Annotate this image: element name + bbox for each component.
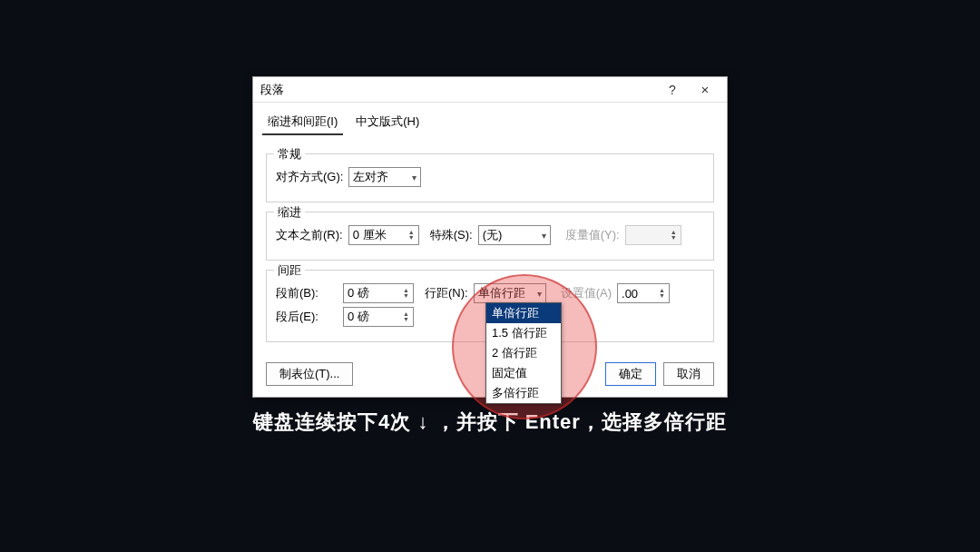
dropdown-option-multiple[interactable]: 多倍行距 [486, 383, 561, 403]
set-value-value: .00 [622, 287, 655, 301]
after-para-value: 0 磅 [348, 309, 399, 325]
tabs-button-label: 制表位(T)... [279, 367, 339, 380]
before-para-value: 0 磅 [348, 285, 399, 301]
spinner-icon[interactable]: ▲▼ [403, 288, 409, 299]
tab-label: 中文版式(H) [356, 114, 419, 128]
option-label: 固定值 [492, 366, 527, 380]
line-spacing-value: 单倍行距 [478, 285, 534, 301]
dialog-title: 段落 [260, 82, 656, 98]
titlebar: 段落 ? × [253, 77, 727, 103]
line-spacing-dropdown[interactable]: 单倍行距 1.5 倍行距 2 倍行距 固定值 多倍行距 [485, 302, 562, 404]
before-para-label: 段前(B): [276, 285, 338, 301]
general-fieldset: 常规 对齐方式(G): 左对齐 ▾ [266, 153, 714, 202]
cancel-button[interactable]: 取消 [663, 362, 714, 386]
spinner-icon[interactable]: ▲▼ [659, 288, 665, 299]
spinner-icon[interactable]: ▲▼ [408, 230, 415, 241]
dropdown-option-fixed[interactable]: 固定值 [486, 363, 561, 383]
option-label: 多倍行距 [492, 386, 539, 399]
ok-button[interactable]: 确定 [605, 362, 656, 386]
set-value-label: 设置值(A) [561, 285, 612, 301]
measure-label: 度量值(Y): [565, 227, 620, 243]
special-combo[interactable]: (无) ▾ [478, 225, 551, 245]
before-text-label: 文本之前(R): [276, 227, 343, 243]
chevron-down-icon: ▾ [542, 231, 546, 241]
spinner-icon[interactable]: ▲▼ [403, 311, 409, 322]
indent-fieldset: 缩进 文本之前(R): 0 厘米 ▲▼ 特殊(S): (无) ▾ 度量值(Y):… [266, 212, 714, 261]
set-value-input[interactable]: .00 ▲▼ [617, 283, 670, 303]
dropdown-option-single[interactable]: 单倍行距 [486, 303, 561, 323]
special-label: 特殊(S): [430, 227, 473, 243]
chevron-down-icon: ▾ [537, 289, 542, 299]
line-spacing-combo[interactable]: 单倍行距 ▾ [474, 283, 546, 303]
before-text-value: 0 厘米 [353, 227, 405, 243]
spacing-legend: 间距 [274, 262, 305, 279]
alignment-label: 对齐方式(G): [276, 169, 343, 185]
spinner-icon: ▲▼ [671, 230, 677, 241]
cancel-button-label: 取消 [677, 367, 701, 380]
special-value: (无) [483, 227, 538, 243]
option-label: 单倍行距 [492, 306, 539, 320]
close-button[interactable]: × [689, 80, 721, 100]
measure-input: ▲▼ [625, 225, 681, 245]
dropdown-option-one-half[interactable]: 1.5 倍行距 [486, 323, 561, 343]
dropdown-option-double[interactable]: 2 倍行距 [486, 343, 561, 363]
general-legend: 常规 [274, 146, 305, 163]
before-para-input[interactable]: 0 磅 ▲▼ [343, 283, 414, 303]
tab-bar: 缩进和间距(I) 中文版式(H) [253, 103, 727, 135]
before-text-input[interactable]: 0 厘米 ▲▼ [348, 225, 419, 245]
alignment-value: 左对齐 [353, 169, 408, 185]
indent-legend: 缩进 [274, 204, 305, 221]
option-label: 2 倍行距 [492, 346, 537, 360]
help-button[interactable]: ? [656, 80, 689, 100]
ok-button-label: 确定 [619, 367, 642, 380]
after-para-label: 段后(E): [276, 309, 338, 325]
alignment-combo[interactable]: 左对齐 ▾ [348, 167, 421, 187]
option-label: 1.5 倍行距 [492, 326, 547, 340]
line-spacing-label: 行距(N): [425, 285, 468, 301]
tab-indent-spacing[interactable]: 缩进和间距(I) [262, 110, 343, 135]
instruction-caption: 键盘连续按下4次 ↓ ，并按下 Enter，选择多倍行距 [0, 409, 980, 436]
after-para-input[interactable]: 0 磅 ▲▼ [343, 307, 414, 327]
tab-label: 缩进和间距(I) [268, 114, 338, 128]
tabs-button[interactable]: 制表位(T)... [266, 362, 353, 386]
chevron-down-icon: ▾ [412, 172, 416, 182]
tab-asian-layout[interactable]: 中文版式(H) [350, 110, 425, 135]
